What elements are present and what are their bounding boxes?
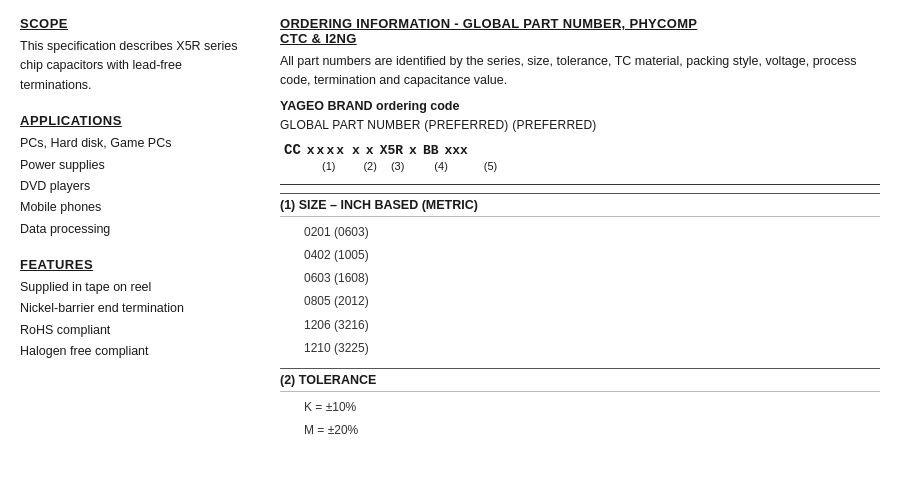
applications-body: PCs, Hard disk, Game PCs Power supplies … bbox=[20, 134, 250, 239]
brand-label: YAGEO BRAND ordering code bbox=[280, 99, 880, 113]
size-header: (1) SIZE – INCH BASED (METRIC) bbox=[280, 193, 880, 217]
part-number-code: CC xxxx x x X5R x BB xxx bbox=[284, 142, 880, 158]
features-section: FEATURES Supplied in tape on reel Nickel… bbox=[20, 257, 250, 362]
size-section: (1) SIZE – INCH BASED (METRIC) 0201 (060… bbox=[280, 193, 880, 360]
part-number-labels: (1) (2) (3) (4) (5) bbox=[284, 160, 880, 172]
tolerance-header: (2) TOLERANCE bbox=[280, 368, 880, 392]
size-row: 1210 (3225) bbox=[280, 337, 880, 360]
scope-body: This specification describes X5R series … bbox=[20, 37, 250, 95]
list-item: Supplied in tape on reel bbox=[20, 278, 250, 297]
size-row: 0402 (1005) bbox=[280, 244, 880, 267]
list-item: Data processing bbox=[20, 220, 250, 239]
features-body: Supplied in tape on reel Nickel-barrier … bbox=[20, 278, 250, 362]
tolerance-row: K = ±10% bbox=[280, 396, 880, 419]
section-divider bbox=[280, 184, 880, 185]
list-item: Power supplies bbox=[20, 156, 250, 175]
applications-section: APPLICATIONS PCs, Hard disk, Game PCs Po… bbox=[20, 113, 250, 239]
applications-title: APPLICATIONS bbox=[20, 113, 250, 128]
global-part-label: GLOBAL PART NUMBER (PREFERRED) (PREFERRE… bbox=[280, 117, 880, 132]
list-item: PCs, Hard disk, Game PCs bbox=[20, 134, 250, 153]
main-title: ORDERING INFORMATION - GLOBAL PART NUMBE… bbox=[280, 16, 880, 46]
left-column: SCOPE This specification describes X5R s… bbox=[20, 16, 250, 442]
tolerance-row: M = ±20% bbox=[280, 419, 880, 442]
page-container: SCOPE This specification describes X5R s… bbox=[20, 16, 880, 442]
features-title: FEATURES bbox=[20, 257, 250, 272]
list-item: Nickel-barrier end termination bbox=[20, 299, 250, 318]
scope-title: SCOPE bbox=[20, 16, 250, 31]
size-row: 0201 (0603) bbox=[280, 221, 880, 244]
description-text: All part numbers are identified by the s… bbox=[280, 52, 880, 91]
scope-text: This specification describes X5R series … bbox=[20, 37, 250, 95]
list-item: RoHS compliant bbox=[20, 321, 250, 340]
tolerance-section: (2) TOLERANCE K = ±10% M = ±20% bbox=[280, 368, 880, 442]
size-row: 0805 (2012) bbox=[280, 290, 880, 313]
list-item: DVD players bbox=[20, 177, 250, 196]
scope-section: SCOPE This specification describes X5R s… bbox=[20, 16, 250, 95]
right-column: ORDERING INFORMATION - GLOBAL PART NUMBE… bbox=[280, 16, 880, 442]
part-number-diagram: CC xxxx x x X5R x BB xxx (1) (2) (3) (4)… bbox=[284, 142, 880, 172]
list-item: Mobile phones bbox=[20, 198, 250, 217]
size-row: 0603 (1608) bbox=[280, 267, 880, 290]
list-item: Halogen free compliant bbox=[20, 342, 250, 361]
size-row: 1206 (3216) bbox=[280, 314, 880, 337]
